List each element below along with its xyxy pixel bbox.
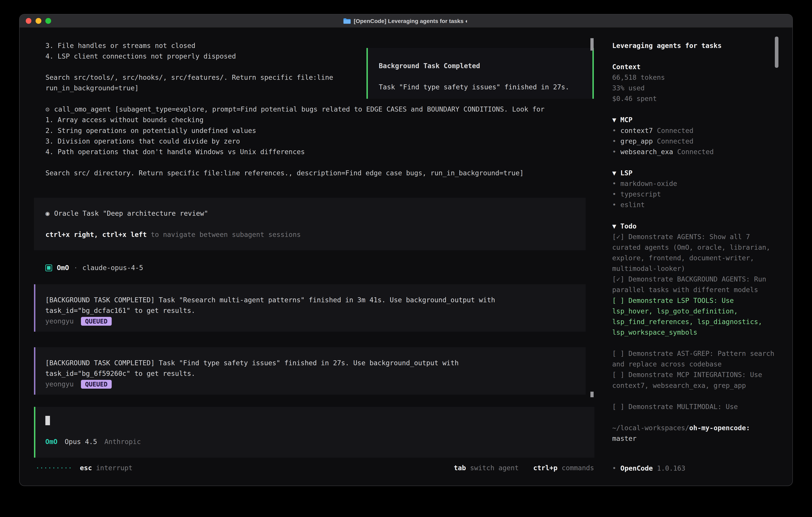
bullet-icon: •: [612, 463, 616, 473]
tool-call-item: 3. Division operations that could divide…: [20, 136, 598, 146]
workspace-path: ~/local-workspaces/oh-my-opencode:: [612, 423, 777, 433]
separator-dot: ·: [74, 264, 78, 272]
message-line: task_id="bg_dcfac161" to get results.: [46, 305, 574, 316]
oracle-task-title-row: ◉Oracle Task "Deep architecture review": [46, 208, 574, 219]
bullet-icon: •: [612, 136, 616, 146]
mcp-section: ▼ MCP •context7Connected •grep_appConnec…: [612, 114, 777, 157]
todo-item-done: [✓] Demonstrate BACKGROUND AGENTS: Run p…: [612, 274, 777, 295]
spinner-dots: ·········: [35, 463, 72, 473]
sidebar: Leveraging agents for tasks Context 66,5…: [598, 28, 793, 486]
gear-icon: ⚙: [46, 105, 49, 113]
bullet-icon: •: [612, 189, 616, 199]
context-spent: $0.46 spent: [612, 93, 777, 104]
message-line: task_id="bg_6f59260c" to get results.: [46, 368, 574, 379]
tab-key-hint: tab: [454, 463, 466, 473]
input-agent-name: OmO: [46, 438, 58, 446]
tool-call-line: ⚙call_omo_agent [subagent_type=explore, …: [20, 104, 598, 114]
mcp-status: Connected: [657, 125, 694, 136]
tab-key-label: switch agent: [470, 463, 519, 473]
bullet-icon: •: [612, 146, 616, 157]
subagent-nav-hint: ctrl+x right, ctrl+x left to navigate be…: [46, 229, 574, 240]
esc-key-label: interrupt: [96, 463, 133, 473]
workspace-path-prefix: ~/local-workspaces/: [612, 424, 689, 432]
agent-icon: [46, 265, 52, 271]
app-name: OpenCode: [620, 463, 653, 473]
tool-call-item: 2. String operations on potentially unde…: [20, 125, 598, 136]
maximize-button[interactable]: [46, 18, 51, 24]
lsp-name: markdown-oxide: [620, 178, 677, 189]
minimize-button[interactable]: [35, 18, 41, 24]
status-badge: QUEUED: [81, 380, 112, 389]
oracle-task-panel: ◉Oracle Task "Deep architecture review" …: [34, 198, 585, 250]
bullet-icon: •: [612, 178, 616, 189]
titlebar: [OpenCode] Leveraging agents for tasks ◐: [20, 15, 792, 28]
mcp-item: •websearch_exaConnected: [612, 146, 777, 157]
window-controls: [26, 18, 51, 24]
todo-item-pending: [ ] Demonstrate MULTIMODAL: Use: [612, 402, 777, 412]
commands-key-label: commands: [562, 463, 594, 473]
agent-model: claude-opus-4-5: [82, 264, 143, 272]
bullet-icon: •: [612, 199, 616, 210]
tool-call-item: 1. Array access without bounds checking: [20, 114, 598, 125]
main-scrollbar-thumb-bottom[interactable]: [590, 392, 593, 398]
mcp-name: websearch_exa: [620, 146, 673, 157]
window-title-text: [OpenCode] Leveraging agents for tasks ◐: [354, 18, 469, 24]
lsp-name: eslint: [620, 199, 645, 210]
lsp-item: •markdown-oxide: [612, 178, 777, 189]
model-info-row: OmO Opus 4.5 Anthropic: [46, 436, 583, 447]
status-badge: QUEUED: [81, 317, 112, 326]
tool-call-footer: Search src/ directory. Return specific f…: [20, 168, 598, 178]
background-task-message: [BACKGROUND TASK COMPLETED] Task "Resear…: [34, 284, 585, 332]
bullet-icon: •: [612, 125, 616, 136]
message-author: yeongyu: [46, 316, 74, 326]
message-line: [BACKGROUND TASK COMPLETED] Task "Find t…: [46, 358, 574, 368]
input-model-name: Opus 4.5: [65, 438, 97, 446]
mcp-heading: ▼ MCP: [612, 114, 777, 125]
todo-item-active: [ ] Demonstrate LSP TOOLS: Use lsp_hover…: [612, 295, 777, 338]
tool-call-item: 4. Path operations that don't handle Win…: [20, 146, 598, 157]
notification-toast: Background Task Completed Task "Find typ…: [367, 48, 594, 99]
app-version: • OpenCode 1.0.163: [612, 463, 685, 473]
workspace-repo: oh-my-opencode:: [689, 424, 750, 432]
todo-heading: ▼ Todo: [612, 221, 777, 232]
status-bar: ········· esc interrupt tab switch agent…: [20, 458, 598, 486]
todo-section: ▼ Todo [✓] Demonstrate AGENTS: Show all …: [612, 221, 777, 412]
context-section: Context 66,518 tokens 33% used $0.46 spe…: [612, 61, 777, 104]
message-line: [BACKGROUND TASK COMPLETED] Task "Resear…: [46, 295, 574, 305]
esc-key-hint: esc: [80, 463, 92, 473]
folder-icon: [344, 18, 351, 24]
commands-key-hint: ctrl+p: [533, 463, 558, 473]
prompt-input[interactable]: OmO Opus 4.5 Anthropic: [34, 407, 594, 458]
terminal-main: 3. File handles or streams not closed 4.…: [20, 28, 598, 486]
app-version-number: 1.0.163: [657, 463, 685, 473]
todo-item-pending: [ ] Demonstrate MCP INTEGRATIONS: Use co…: [612, 370, 777, 391]
agent-header: OmO · claude-opus-4-5: [46, 263, 598, 273]
workspace-info: ~/local-workspaces/oh-my-opencode: maste…: [612, 423, 777, 444]
background-task-message: [BACKGROUND TASK COMPLETED] Task "Find t…: [34, 347, 585, 394]
notification-body: Task "Find type safety issues" finished …: [379, 82, 581, 92]
shortcut-description: to navigate between subagent sessions: [147, 231, 301, 239]
tool-call-text: call_omo_agent [subagent_type=explore, p…: [54, 105, 545, 113]
todo-item-done: [✓] Demonstrate AGENTS: Show all 7 curat…: [612, 232, 777, 274]
window-title: [OpenCode] Leveraging agents for tasks ◐: [344, 18, 469, 24]
lsp-item: •typescript: [612, 189, 777, 199]
main-scrollbar-thumb[interactable]: [590, 38, 593, 51]
message-author: yeongyu: [46, 379, 74, 389]
context-used: 33% used: [612, 83, 777, 93]
record-icon: ◉: [46, 210, 49, 217]
context-tokens: 66,518 tokens: [612, 72, 777, 83]
mcp-name: grep_app: [620, 136, 653, 146]
mcp-status: Connected: [677, 146, 714, 157]
text-cursor: [46, 416, 50, 425]
mcp-name: context7: [620, 125, 653, 136]
sidebar-scrollbar[interactable]: [775, 36, 778, 68]
lsp-name: typescript: [620, 189, 661, 199]
opencode-window: [OpenCode] Leveraging agents for tasks ◐…: [19, 14, 793, 486]
close-button[interactable]: [26, 18, 32, 24]
todo-item-pending: [ ] Demonstrate AST-GREP: Pattern search…: [612, 348, 777, 370]
session-title: Leveraging agents for tasks: [612, 40, 777, 51]
terminal-line: [20, 157, 598, 168]
shortcut-keys: ctrl+x right, ctrl+x left: [46, 231, 147, 239]
input-provider-name: Anthropic: [104, 438, 141, 446]
main-scrollbar[interactable]: [590, 28, 593, 486]
